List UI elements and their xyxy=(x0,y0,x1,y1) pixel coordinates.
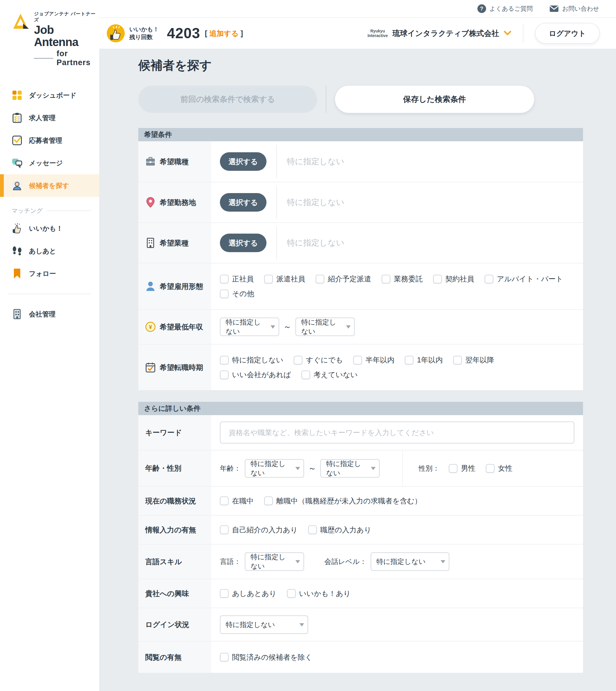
checkbox-option[interactable]: 正社員 xyxy=(220,274,254,284)
checkbox-option[interactable]: 半年以内 xyxy=(353,355,394,365)
sidebar-item-applicants[interactable]: 応募者管理 xyxy=(0,129,99,152)
faq-link[interactable]: ? よくあるご質問 xyxy=(478,4,533,13)
checkbox-box[interactable] xyxy=(220,275,228,283)
dashboard-icon xyxy=(12,90,23,101)
row-info-input: 情報入力の有無 自己紹介の入力あり 職歴の入力あり xyxy=(138,515,583,544)
checkbox-option[interactable]: 職歴の入力あり xyxy=(308,525,372,535)
checkbox-option[interactable]: 女性 xyxy=(486,463,512,473)
row-label: ログイン状況 xyxy=(145,620,189,629)
age-from-select[interactable]: 特に指定しない xyxy=(245,459,304,478)
checkbox-box[interactable] xyxy=(287,589,296,598)
checkbox-box[interactable] xyxy=(264,275,273,283)
checkbox-label: 男性 xyxy=(461,463,476,473)
checkbox-box[interactable] xyxy=(294,356,302,365)
checkbox-box[interactable] xyxy=(220,356,228,365)
sidebar-item-label: 候補者を探す xyxy=(29,181,69,190)
add-likes-link[interactable]: [ 追加する ] xyxy=(205,29,243,38)
checkbox-box[interactable] xyxy=(449,464,458,473)
checkbox-box[interactable] xyxy=(316,275,324,283)
row-login-status: ログイン状況 特に指定しない xyxy=(138,608,583,641)
section-header: さらに詳しい条件 xyxy=(138,402,583,415)
view-options: 閲覧済みの候補者を除く xyxy=(220,652,312,662)
checkbox-box[interactable] xyxy=(264,496,273,505)
row-desired-industry: 希望業種 選択する 特に指定しない xyxy=(138,222,583,263)
checkbox-option[interactable]: アルバイト・パート xyxy=(485,274,563,284)
select-button[interactable]: 選択する xyxy=(220,234,266,252)
saved-search-button[interactable]: 保存した検索条件 xyxy=(335,86,534,113)
logo-title: Job Antenna xyxy=(34,24,99,48)
checkbox-box[interactable] xyxy=(220,370,228,379)
logout-button[interactable]: ログアウト xyxy=(535,23,600,44)
sidebar-item-iikamo[interactable]: いいかも！ xyxy=(0,217,99,240)
company-selector[interactable]: Ryukyu Interactive 琉球インタラクティブ株式会社 xyxy=(368,28,511,39)
checkbox-option[interactable]: 在職中 xyxy=(220,496,254,506)
checkbox-box[interactable] xyxy=(486,464,494,473)
checkbox-box[interactable] xyxy=(220,525,228,534)
checkbox-option[interactable]: 翌年以降 xyxy=(453,355,494,365)
checkbox-option[interactable]: 男性 xyxy=(449,463,476,473)
sidebar-item-follow[interactable]: フォロー xyxy=(0,262,99,285)
logo-subtitle: ジョブアンテナ パートナーズ xyxy=(34,11,99,23)
logo-dash xyxy=(34,58,53,59)
previous-search-button[interactable]: 前回の検索条件で検索する xyxy=(138,86,317,113)
checkbox-option[interactable]: 業務委託 xyxy=(382,274,423,284)
checkbox-option[interactable]: 紹介予定派遣 xyxy=(316,274,371,284)
caret-down-icon xyxy=(300,623,304,626)
tilde: ～ xyxy=(283,321,291,332)
checkbox-option[interactable]: 離職中（職務経歴が未入力の求職者を含む） xyxy=(264,496,422,506)
checkbox-box[interactable] xyxy=(353,356,362,365)
checkbox-box[interactable] xyxy=(220,289,228,298)
age-to-select[interactable]: 特に指定しない xyxy=(320,459,380,478)
checkbox-option[interactable]: 特に指定しない xyxy=(220,355,283,365)
checkbox-option[interactable]: いいかも！あり xyxy=(287,589,351,598)
conversation-level-select[interactable]: 特に指定しない xyxy=(371,552,449,571)
sidebar-item-messages[interactable]: メッセージ xyxy=(0,152,99,174)
keyword-input[interactable] xyxy=(220,422,574,444)
checkbox-option[interactable]: 自己紹介の入力あり xyxy=(220,525,298,535)
level-label: 会話レベル： xyxy=(324,557,367,566)
sidebar: ジョブアンテナ パートナーズ Job Antenna for Partners … xyxy=(0,0,99,691)
language-select[interactable]: 特に指定しない xyxy=(245,552,304,571)
checkbox-box[interactable] xyxy=(485,275,493,283)
checkbox-option[interactable]: いい会社があれば xyxy=(220,370,291,380)
checkbox-box[interactable] xyxy=(453,356,462,365)
checkbox-option[interactable]: あしあとあり xyxy=(220,589,277,598)
select-value: 特に指定しない xyxy=(250,459,292,478)
checkbox-box[interactable] xyxy=(308,525,317,534)
salary-to-select[interactable]: 特に指定しない xyxy=(295,318,355,336)
checkbox-box[interactable] xyxy=(433,275,442,283)
row-language-skill: 言語スキル 言語： 特に指定しない 会話レベル： 特に指定しない xyxy=(138,544,583,579)
checkbox-option[interactable]: 1年以内 xyxy=(405,355,443,365)
sidebar-item-label: フォロー xyxy=(29,269,56,278)
login-status-select[interactable]: 特に指定しない xyxy=(220,616,308,634)
checkbox-option[interactable]: 考えていない xyxy=(302,370,358,380)
select-button[interactable]: 選択する xyxy=(220,152,266,171)
checkbox-box[interactable] xyxy=(220,589,228,598)
checkbox-box[interactable] xyxy=(220,653,228,662)
sidebar-item-jobs[interactable]: 求人管理 xyxy=(0,107,99,129)
salary-from-select[interactable]: 特に指定しない xyxy=(220,318,279,336)
checkbox-box[interactable] xyxy=(382,275,390,283)
sidebar-item-dashboard[interactable]: ダッシュボード xyxy=(0,84,99,107)
sidebar-divider xyxy=(8,294,91,294)
checkbox-box[interactable] xyxy=(405,356,414,365)
checkbox-option[interactable]: すぐにでも xyxy=(294,355,343,365)
chevron-down-icon[interactable] xyxy=(504,31,511,36)
checkbox-box[interactable] xyxy=(220,496,228,505)
select-value: 特に指定しない xyxy=(301,318,343,336)
checkbox-option[interactable]: その他 xyxy=(220,289,254,299)
select-button[interactable]: 選択する xyxy=(220,193,266,212)
contact-link[interactable]: お問い合わせ xyxy=(549,5,599,13)
checkbox-box[interactable] xyxy=(302,370,310,379)
sidebar-item-ashiato[interactable]: あしあと xyxy=(0,240,99,262)
row-job-status: 現在の職務状況 在職中 離職中（職務経歴が未入力の求職者を含む） xyxy=(138,486,583,515)
row-label: 情報入力の有無 xyxy=(145,525,196,535)
sidebar-item-search-candidates[interactable]: 候補者を探す xyxy=(0,174,99,197)
row-desired-location: 希望勤務地 選択する 特に指定しない xyxy=(138,182,583,222)
checkbox-option[interactable]: 閲覧済みの候補者を除く xyxy=(220,652,312,662)
checkbox-option[interactable]: 契約社員 xyxy=(433,274,474,284)
checkbox-option[interactable]: 派遣社員 xyxy=(264,274,305,284)
sidebar-item-company-admin[interactable]: 会社管理 xyxy=(0,303,99,325)
add-likes-label: 追加する xyxy=(209,29,238,37)
matching-section-label: マッチング xyxy=(12,207,43,215)
